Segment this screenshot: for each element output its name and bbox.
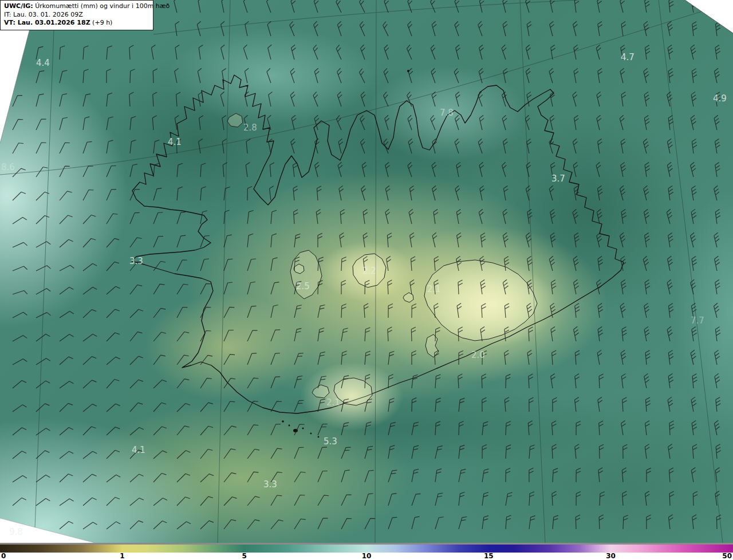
wind-barb bbox=[647, 468, 651, 482]
wind-barb bbox=[715, 210, 722, 224]
wind-barb bbox=[130, 308, 143, 321]
wind-barb bbox=[669, 468, 675, 482]
wind-barb bbox=[597, 350, 604, 365]
wind-barb bbox=[60, 380, 73, 392]
wind-barb bbox=[572, 92, 580, 107]
wind-barb bbox=[271, 257, 277, 272]
wind-barb bbox=[647, 515, 651, 529]
contour-label: 2.8 bbox=[243, 123, 257, 133]
wind-barb bbox=[153, 353, 165, 367]
wind-barb bbox=[716, 444, 722, 459]
wind-barb bbox=[224, 281, 232, 296]
wind-barb bbox=[479, 115, 487, 130]
wind-barb bbox=[388, 327, 393, 341]
wind-barb bbox=[429, 115, 439, 130]
wind-barb bbox=[247, 329, 258, 344]
wind-barb bbox=[200, 186, 206, 200]
wind-barb bbox=[151, 45, 158, 60]
wind-barb bbox=[313, 45, 322, 60]
wind-barb bbox=[668, 515, 675, 529]
wind-barb bbox=[13, 334, 27, 345]
wind-barb bbox=[645, 421, 651, 435]
wind-barb bbox=[407, 162, 416, 177]
wind-barb bbox=[291, 45, 299, 60]
wind-barb bbox=[200, 448, 212, 462]
wind-barb bbox=[107, 164, 116, 179]
wind-barb bbox=[550, 0, 557, 13]
wind-barb bbox=[13, 496, 26, 509]
wind-barb bbox=[714, 350, 722, 365]
wind-barb bbox=[504, 350, 510, 365]
wind-barb bbox=[479, 162, 486, 177]
wind-barb bbox=[341, 257, 346, 271]
wind-barb bbox=[503, 232, 510, 247]
wind-barb bbox=[13, 290, 27, 298]
init-time: IT: Lau. 03. 01. 2026 09Z bbox=[4, 11, 149, 19]
wind-barb bbox=[361, 162, 369, 177]
wind-barb bbox=[290, 139, 299, 153]
wind-barb bbox=[107, 237, 119, 250]
wind-barb bbox=[431, 21, 439, 36]
wind-barb bbox=[365, 492, 373, 507]
wind-barb bbox=[245, 92, 252, 107]
wind-barb bbox=[36, 93, 44, 108]
wind-barb bbox=[341, 280, 346, 294]
wind-barb bbox=[644, 92, 651, 107]
wind-barb bbox=[599, 374, 604, 388]
wind-barb bbox=[60, 426, 73, 439]
wind-barb bbox=[318, 328, 324, 342]
wind-barb bbox=[690, 350, 697, 365]
wind-barb bbox=[153, 306, 165, 320]
wind-barb bbox=[668, 69, 675, 83]
wind-barb bbox=[107, 116, 113, 131]
wind-barb bbox=[271, 328, 280, 343]
wind-barb bbox=[714, 232, 721, 247]
wind-barb bbox=[130, 116, 136, 131]
wind-barb bbox=[177, 282, 188, 297]
meridian-line bbox=[659, 0, 723, 543]
contour-label: 3.7 bbox=[551, 173, 565, 184]
wind-barb bbox=[153, 69, 158, 83]
wind-barb bbox=[266, 68, 275, 83]
contour-labels: 4.42.87.84.74.94.18.63.73.32.22.52.12.02… bbox=[1, 52, 727, 537]
wind-barb bbox=[36, 333, 50, 345]
wind-barb bbox=[388, 492, 396, 507]
wind-barb bbox=[435, 421, 440, 435]
wind-barb bbox=[60, 310, 74, 322]
wind-barb bbox=[129, 45, 135, 60]
wind-barb bbox=[107, 140, 113, 155]
wind-barb bbox=[313, 92, 322, 107]
wind-barb bbox=[714, 303, 722, 318]
wind-barb bbox=[691, 209, 697, 224]
wind-barb bbox=[341, 421, 349, 436]
colorbar-tick-label: 15 bbox=[484, 552, 494, 560]
wind-barb bbox=[36, 165, 48, 180]
wind-barb bbox=[383, 68, 392, 83]
wind-barb bbox=[388, 469, 397, 484]
wind-barb bbox=[573, 162, 580, 177]
wind-barb bbox=[271, 518, 283, 532]
wind-barb bbox=[83, 333, 97, 345]
wind-barb bbox=[599, 444, 604, 459]
wind-barb bbox=[715, 327, 722, 341]
wind-barb bbox=[36, 474, 50, 486]
wind-barb bbox=[435, 445, 443, 460]
glacier-drangajokull bbox=[227, 113, 243, 127]
wind-barb bbox=[341, 516, 352, 531]
wind-barb bbox=[526, 162, 533, 177]
wind-barb bbox=[667, 139, 675, 153]
wind-barb bbox=[13, 117, 23, 132]
wind-barb bbox=[454, 21, 463, 36]
wind-barb bbox=[130, 163, 137, 178]
wind-barb bbox=[224, 353, 235, 367]
wind-barb bbox=[412, 468, 419, 483]
wind-barb bbox=[153, 330, 166, 344]
wind-barb bbox=[153, 472, 166, 485]
wind-barb bbox=[130, 496, 144, 509]
wind-barb bbox=[13, 94, 22, 109]
wind-barb bbox=[597, 257, 604, 271]
wind-barb bbox=[409, 280, 416, 294]
wind-barb bbox=[271, 281, 279, 295]
wind-barb bbox=[715, 468, 722, 482]
wind-barb bbox=[365, 469, 373, 484]
